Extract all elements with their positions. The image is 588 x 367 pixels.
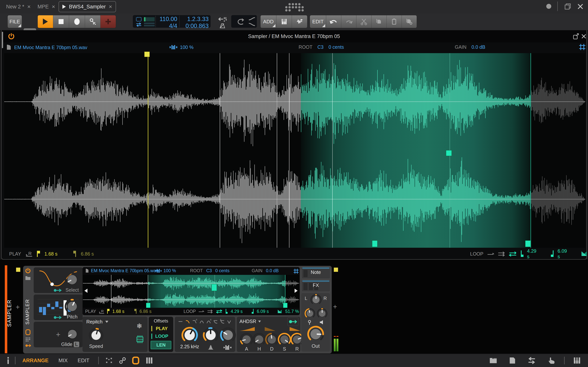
- offset-play-toggle[interactable]: PLAY: [151, 326, 171, 331]
- close-window-button[interactable]: [577, 3, 584, 10]
- project-tab[interactable]: New 2 * ×: [3, 1, 34, 12]
- filter-cutoff-knob[interactable]: [181, 326, 199, 344]
- play-start-value[interactable]: 1.68 s: [112, 309, 124, 314]
- sample-file-chip[interactable]: EM Mvoc Mantra E 70bpm 05.wav: [85, 268, 158, 273]
- fill-mode-button[interactable]: [100, 15, 116, 28]
- envelope-type-dropdown[interactable]: AHDSR: [239, 319, 261, 324]
- loop-end-value[interactable]: 6.09 s: [558, 248, 569, 259]
- loop-forward-icon[interactable]: [207, 309, 213, 314]
- decay-shape-icon[interactable]: [264, 326, 276, 331]
- arrange-view-tab[interactable]: ARRANGE: [22, 358, 49, 364]
- record-button[interactable]: [69, 15, 85, 28]
- mappings-icon[interactable]: [527, 357, 536, 364]
- time-value[interactable]: 0:00.863: [181, 23, 209, 29]
- close-tab-icon[interactable]: ×: [27, 3, 31, 10]
- punch-in-icon[interactable]: [218, 16, 228, 23]
- slice-marker[interactable]: [220, 53, 220, 248]
- voice-volume-knob[interactable]: [316, 308, 328, 319]
- modulators-grid-icon[interactable]: [25, 337, 31, 342]
- root-control[interactable]: ROOT C3 0 cents: [299, 44, 344, 50]
- redo-button[interactable]: [341, 15, 356, 28]
- loop-pingpong-icon[interactable]: [508, 251, 516, 257]
- touch-mode-icon[interactable]: [548, 357, 556, 365]
- tempo-display[interactable]: 110.00 4/4: [158, 16, 177, 29]
- offset-len-toggle[interactable]: LEN: [151, 341, 171, 349]
- play-start-handle[interactable]: [144, 52, 150, 57]
- slice-marker[interactable]: [289, 53, 289, 248]
- groove-amount-bar[interactable]: [144, 23, 155, 24]
- mixer-panel-toggle-icon[interactable]: [145, 357, 154, 364]
- filter-resonance-knob[interactable]: [202, 326, 220, 344]
- groove-rate-bar[interactable]: [144, 25, 155, 26]
- waveform-display[interactable]: [4, 53, 585, 248]
- device-power-icon[interactable]: [25, 268, 31, 274]
- note-chain-button[interactable]: Note: [301, 267, 330, 279]
- raw-mode-icon[interactable]: R: [98, 309, 104, 314]
- close-tab-icon[interactable]: ×: [109, 3, 112, 10]
- pan-knob[interactable]: [310, 293, 322, 306]
- open-in-window-icon[interactable]: [573, 33, 579, 40]
- stretch-value[interactable]: 100 %: [164, 268, 176, 273]
- play-mode-dropdown[interactable]: Repitch: [86, 319, 108, 325]
- slice-marker[interactable]: [277, 53, 277, 248]
- mini-waveform-display[interactable]: [83, 275, 299, 308]
- clip-slot-playing[interactable]: [16, 267, 20, 272]
- play-start-flag-icon[interactable]: [36, 250, 41, 258]
- browser-panel-icon[interactable]: [489, 357, 497, 364]
- snap-grid-icon[interactable]: [105, 357, 113, 364]
- pitch-knob[interactable]: [64, 298, 81, 315]
- project-tab-active[interactable]: BWS4_Sampler ×: [59, 1, 116, 12]
- stop-button[interactable]: [53, 15, 69, 28]
- release-shape-icon[interactable]: [289, 326, 301, 331]
- crossfade-icon[interactable]: [277, 309, 283, 314]
- play-end-flag-icon[interactable]: [134, 309, 137, 314]
- file-menu-button[interactable]: FILE: [8, 15, 22, 28]
- device-panel-toggle-icon[interactable]: [131, 356, 140, 365]
- loop-xfade-value[interactable]: 51.7 %: [285, 309, 299, 314]
- onscreen-keyboard-icon[interactable]: [573, 357, 581, 364]
- loop-start-marker-icon[interactable]: [520, 250, 524, 258]
- scroll-right-arrow[interactable]: [294, 289, 298, 293]
- stretch-value[interactable]: 100 %: [180, 44, 193, 50]
- modulation-routing-icon[interactable]: [25, 343, 31, 348]
- info-icon[interactable]: [7, 357, 9, 364]
- loop-start-value[interactable]: 4.29 s: [231, 309, 243, 314]
- mini-play-line[interactable]: [111, 275, 111, 308]
- cut-button[interactable]: [356, 15, 371, 28]
- loop-end-marker-icon[interactable]: [251, 309, 255, 314]
- sample-file-chip[interactable]: EM Mvoc Mantra E 70bpm 05.wav: [6, 44, 87, 50]
- add-menu-button[interactable]: ADD: [260, 15, 276, 28]
- position-value[interactable]: 1.2.3.33: [181, 16, 209, 23]
- filter-keytrack-knob[interactable]: [219, 326, 237, 344]
- glide-knob[interactable]: [64, 326, 80, 342]
- out-knob[interactable]: [306, 325, 325, 343]
- groove-shuffle-icon[interactable]: [135, 22, 143, 27]
- edit-menu-button[interactable]: EDIT: [310, 15, 326, 28]
- loop-start-marker-icon[interactable]: [225, 309, 228, 314]
- fade-in-icon[interactable]: [248, 17, 256, 21]
- loop-pingpong-icon[interactable]: [216, 309, 223, 314]
- device-power-icon[interactable]: [8, 33, 15, 40]
- close-tab-icon[interactable]: ×: [52, 3, 55, 10]
- speed-knob[interactable]: [88, 327, 104, 343]
- loop-off-icon[interactable]: [487, 251, 494, 257]
- gain-value[interactable]: 0.0 dB: [471, 44, 485, 50]
- loop-end-line[interactable]: [531, 53, 531, 248]
- offset-loop-toggle[interactable]: LOOP: [151, 334, 171, 339]
- restore-window-button[interactable]: [564, 3, 571, 10]
- close-editor-icon[interactable]: [581, 34, 587, 39]
- tempo-value[interactable]: 110.00: [158, 16, 177, 23]
- loop-start-value[interactable]: 4.29 s: [527, 248, 538, 259]
- play-end-value[interactable]: 6.86 s: [81, 251, 94, 257]
- vertical-scrollbar[interactable]: [2, 32, 3, 48]
- position-display[interactable]: 1.2.3.33 0:00.863: [181, 16, 209, 29]
- add-clip-button[interactable]: +: [16, 303, 20, 311]
- glide-mode-badge[interactable]: L: [74, 342, 79, 347]
- gain-value[interactable]: 0.0 dB: [266, 268, 279, 273]
- timesig-value[interactable]: 4/4: [158, 23, 177, 29]
- edit-view-tab[interactable]: EDIT: [78, 358, 90, 364]
- mini-loop-start-handle[interactable]: [146, 303, 150, 308]
- inspector-panel-icon[interactable]: [509, 357, 516, 364]
- loop-end-marker-icon[interactable]: [550, 250, 554, 258]
- loop-end-handle[interactable]: [525, 241, 531, 247]
